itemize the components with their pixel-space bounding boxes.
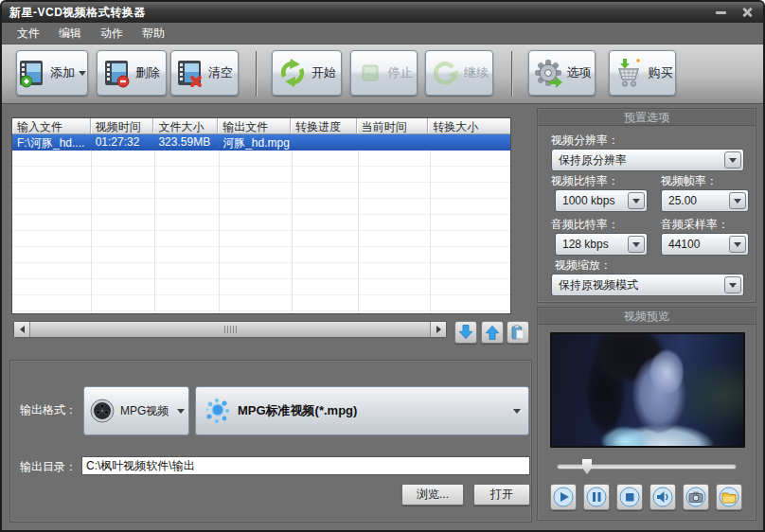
menu-help[interactable]: 帮助 — [133, 23, 174, 44]
cell-duration: 01:27:32 — [91, 134, 154, 151]
remove-button[interactable]: 删除 — [97, 50, 167, 96]
cell-file-size: 323.59MB — [153, 134, 218, 151]
start-icon — [277, 58, 308, 88]
move-down-button[interactable] — [454, 321, 477, 344]
col-file-size[interactable]: 文件大小 — [153, 118, 218, 133]
start-button[interactable]: 开始 — [272, 50, 342, 96]
caret-down-icon — [734, 242, 741, 247]
output-dir-label: 输出目录： — [20, 459, 77, 475]
col-converted-size[interactable]: 转换大小 — [428, 118, 510, 133]
close-button[interactable] — [738, 6, 756, 19]
output-format-label: 输出格式： — [20, 402, 77, 418]
arrow-down-icon — [457, 324, 474, 341]
menubar: 文件 编辑 动作 帮助 — [2, 23, 763, 44]
video-zoom-caret-button[interactable] — [724, 276, 741, 293]
stop-button[interactable]: 停止 — [350, 50, 418, 96]
output-profile-select[interactable]: MPG标准视频(*.mpg) — [195, 386, 529, 435]
resume-button[interactable]: 继续 — [425, 50, 493, 96]
film-reel-icon — [88, 397, 116, 425]
output-format-select[interactable]: MPG视频 — [83, 386, 189, 435]
col-input-file[interactable]: 输入文件 — [12, 118, 91, 133]
resume-icon — [430, 58, 460, 88]
add-dropdown-caret-icon[interactable] — [79, 71, 86, 76]
menu-action[interactable]: 动作 — [91, 23, 133, 44]
sample-rate-select[interactable]: 44100 — [661, 233, 749, 256]
file-table-body: F:\河豚_hd.... 01:27:32 323.59MB 河豚_hd.mpg — [12, 134, 510, 313]
move-up-button[interactable] — [481, 321, 504, 344]
add-label: 添加 — [50, 64, 75, 81]
frame-rate-select[interactable]: 25.00 — [661, 189, 749, 212]
audio-bitrate-select[interactable]: 128 kbps — [555, 233, 648, 256]
play-button[interactable] — [550, 484, 577, 510]
resolution-label: 视频分辨率： — [551, 133, 619, 149]
video-zoom-select[interactable]: 保持原视频模式 — [551, 274, 744, 296]
caret-down-icon — [632, 199, 640, 204]
pause-button[interactable] — [583, 484, 610, 510]
caret-down-icon — [734, 199, 741, 204]
table-row-selected[interactable]: F:\河豚_hd.... 01:27:32 323.59MB 河豚_hd.mpg — [12, 134, 510, 151]
stop-playback-icon — [619, 487, 640, 507]
scrollbar-grip — [224, 326, 237, 333]
open-folder-button[interactable] — [716, 484, 742, 510]
minimize-icon — [716, 11, 726, 14]
toolbar-separator — [511, 51, 512, 97]
open-button[interactable]: 打开 — [473, 484, 530, 505]
frame-rate-caret-button[interactable] — [729, 192, 746, 209]
audio-bitrate-caret-button[interactable] — [628, 236, 645, 253]
buy-label: 购买 — [649, 64, 673, 81]
seek-slider-thumb[interactable] — [582, 459, 592, 474]
preview-group-title: 视频预览 — [538, 308, 756, 325]
resume-label: 继续 — [464, 64, 489, 81]
resolution-select[interactable]: 保持原分辨率 — [551, 149, 744, 171]
sample-rate-caret-button[interactable] — [729, 236, 746, 253]
clipboard-icon — [509, 324, 526, 341]
options-button[interactable]: 选项 — [528, 50, 596, 96]
caret-down-icon — [729, 158, 737, 163]
frame-rate-value: 25.00 — [662, 194, 727, 207]
menu-file[interactable]: 文件 — [8, 23, 49, 44]
sample-rate-value: 44100 — [662, 238, 727, 251]
browse-button[interactable]: 浏览... — [401, 484, 464, 505]
video-bitrate-label: 视频比特率： — [551, 173, 619, 189]
video-preview-frame — [550, 332, 745, 448]
format-caret-icon — [177, 409, 185, 414]
folder-icon — [719, 487, 739, 507]
audio-bitrate-value: 128 kbps — [556, 238, 626, 251]
output-dir-input[interactable] — [81, 456, 530, 475]
paste-button[interactable] — [507, 321, 529, 344]
col-current-time[interactable]: 当前时间 — [357, 118, 429, 133]
toolbar: 添加 删除 清空 — [2, 44, 763, 104]
audio-bitrate-label: 音频比特率： — [551, 217, 619, 233]
scroll-left-button[interactable] — [14, 322, 30, 337]
video-bitrate-caret-button[interactable] — [628, 192, 645, 209]
stop-label: 停止 — [388, 64, 413, 81]
col-output-file[interactable]: 输出文件 — [218, 118, 291, 133]
stop-playback-button[interactable] — [616, 484, 643, 510]
profile-caret-icon — [513, 409, 521, 414]
snapshot-button[interactable] — [683, 484, 709, 510]
clear-label: 清空 — [208, 64, 233, 81]
menu-edit[interactable]: 编辑 — [49, 23, 91, 44]
add-button[interactable]: 添加 — [16, 50, 88, 96]
gear-icon — [533, 58, 563, 88]
col-progress[interactable]: 转换进度 — [291, 118, 357, 133]
col-duration[interactable]: 视频时间 — [91, 118, 154, 133]
sample-rate-label: 音频采样率： — [661, 217, 729, 233]
profile-molecule-icon — [204, 397, 232, 425]
file-table-header: 输入文件 视频时间 文件大小 输出文件 转换进度 当前时间 转换大小 — [12, 118, 510, 134]
film-remove-icon — [103, 58, 132, 88]
buy-button[interactable]: 购买 — [609, 50, 676, 96]
clear-button[interactable]: 清空 — [170, 50, 239, 96]
seek-slider[interactable] — [557, 464, 737, 470]
volume-button[interactable] — [649, 484, 676, 510]
minimize-button[interactable] — [712, 6, 729, 19]
scrollbar-thumb[interactable] — [30, 322, 430, 337]
arrow-up-icon — [484, 324, 501, 341]
scroll-right-button[interactable] — [430, 322, 446, 337]
app-window: 新星-VCD视频格式转换器 文件 编辑 动作 帮助 添加 — [0, 0, 765, 532]
video-bitrate-select[interactable]: 1000 kbps — [555, 189, 648, 212]
scroll-left-icon — [20, 326, 25, 333]
horizontal-scrollbar[interactable] — [13, 321, 447, 338]
titlebar: 新星-VCD视频格式转换器 — [2, 2, 763, 23]
resolution-caret-button[interactable] — [724, 151, 741, 168]
